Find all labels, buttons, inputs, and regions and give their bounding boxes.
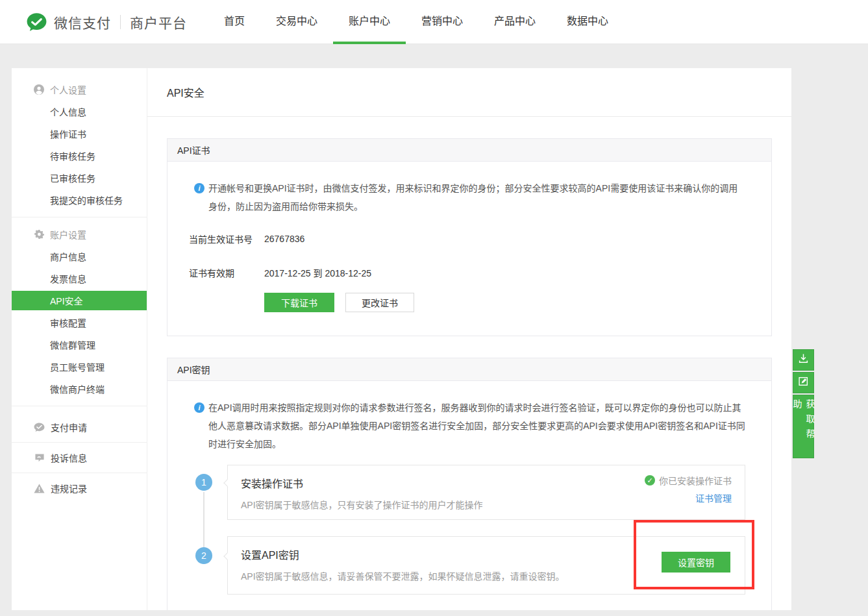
api-certificate-card-header: API证书: [167, 139, 771, 162]
logo-divider: [120, 15, 121, 29]
main-area: API安全 API证书 i 开通帐号和更换API证书时，由微信支付签发，用来标识…: [147, 68, 791, 610]
download-icon: [798, 353, 809, 367]
feedback-help-button[interactable]: [793, 372, 814, 393]
brand-logo[interactable]: 微信支付 商户平台: [26, 0, 187, 44]
certificate-number-field: 当前生效证书号 26767836: [189, 232, 745, 245]
sidebar-item-operation-cert[interactable]: 操作证书: [12, 123, 147, 145]
wechat-pay-logo-icon: [26, 12, 47, 32]
page-title-row: API安全: [147, 68, 791, 117]
sidebar-section-personal-settings: 个人设置: [12, 79, 147, 101]
sidebar-item-personal-info[interactable]: 个人信息: [12, 101, 147, 123]
payment-bubble-icon: [34, 422, 45, 432]
nav-item-transaction-center[interactable]: 交易中心: [276, 0, 317, 44]
api-certificate-card-body: i 开通帐号和更换API证书时，由微信支付签发，用来标识和界定你的身份；部分安全…: [167, 162, 771, 312]
sidebar-item-violation-record[interactable]: 违规记录: [12, 473, 147, 503]
sidebar-item-pending-review-tasks[interactable]: 待审核任务: [12, 145, 147, 167]
change-certificate-button[interactable]: 更改证书: [345, 293, 414, 312]
nav-item-data-center[interactable]: 数据中心: [567, 0, 608, 44]
sidebar-divider: [12, 217, 147, 217]
step-1-status-text: 你已安装操作证书: [659, 474, 732, 487]
certificate-info-text: 开通帐号和更换API证书时，由微信支付签发，用来标识和界定你的身份；部分安全性要…: [208, 179, 745, 216]
api-key-card: API密钥 i 在API调用时用来按照指定规则对你的请求参数进行签名，服务器收到…: [167, 358, 772, 610]
info-icon: i: [194, 183, 205, 193]
active-tab-underline: [333, 42, 406, 44]
api-key-card-body: i 在API调用时用来按照指定规则对你的请求参数进行签名，服务器收到你的请求时会…: [167, 381, 771, 453]
download-help-button[interactable]: [793, 349, 814, 371]
content-panel: 个人设置 个人信息 操作证书 待审核任务 已审核任务 我提交的审核任务 账户设置…: [12, 68, 791, 610]
nav-item-marketing-center[interactable]: 营销中心: [421, 0, 463, 44]
nav-item-account-center[interactable]: 账户中心: [349, 0, 390, 44]
api-key-info-row: i 在API调用时用来按照指定规则对你的请求参数进行签名，服务器收到你的请求时会…: [194, 399, 745, 453]
main-nav: 首页 交易中心 账户中心 营销中心 产品中心 数据中心: [208, 0, 624, 44]
certificate-management-link[interactable]: 证书管理: [695, 491, 732, 504]
step-install-cert-box: 安装操作证书 API密钥属于敏感信息，只有安装了操作证书的用户才能操作 ✓ 你已…: [227, 465, 745, 520]
certificate-number-label: 当前生效证书号: [189, 232, 264, 245]
step-connector-line: [203, 492, 205, 548]
sidebar-item-invoice-info[interactable]: 发票信息: [12, 267, 147, 290]
certificate-buttons-row: 下载证书 更改证书: [264, 293, 745, 312]
sidebar-item-wechat-group-mgmt[interactable]: 微信群管理: [12, 334, 147, 356]
sidebar-section-account-settings: 账户设置: [12, 223, 147, 245]
sidebar: 个人设置 个人信息 操作证书 待审核任务 已审核任务 我提交的审核任务 账户设置…: [12, 68, 147, 610]
set-api-key-button[interactable]: 设置密钥: [662, 552, 730, 573]
complaint-bubble-icon: [34, 452, 45, 463]
sidebar-item-payment-application[interactable]: 支付申请: [12, 412, 147, 442]
nav-item-product-center[interactable]: 产品中心: [494, 0, 536, 44]
step-1-description: API密钥属于敏感信息，只有安装了操作证书的用户才能操作: [241, 498, 732, 511]
sidebar-divider: [12, 406, 147, 406]
certificate-info-row: i 开通帐号和更换API证书时，由微信支付签发，用来标识和界定你的身份；部分安全…: [194, 179, 745, 216]
sidebar-item-my-submitted-tasks[interactable]: 我提交的审核任务: [12, 189, 147, 211]
sidebar-item-staff-account-mgmt[interactable]: 员工账号管理: [12, 356, 147, 378]
api-key-info-text: 在API调用时用来按照指定规则对你的请求参数进行签名，服务器收到你的请求时会进行…: [208, 399, 745, 453]
certificate-number-value: 26767836: [264, 234, 304, 244]
product-name: 商户平台: [130, 12, 187, 32]
certificate-validity-value: 2017-12-25 到 2018-12-25: [264, 266, 371, 279]
download-certificate-button[interactable]: 下载证书: [264, 293, 334, 312]
step-2-badge: 2: [195, 547, 212, 564]
step-box-notch: [223, 479, 230, 486]
sidebar-item-merchant-info[interactable]: 商户信息: [12, 245, 147, 267]
user-icon: [34, 84, 44, 95]
get-help-button[interactable]: 获取帮助: [793, 395, 814, 458]
edit-icon: [798, 376, 809, 389]
sidebar-item-complaint-info[interactable]: 投诉信息: [12, 443, 147, 473]
check-circle-icon: ✓: [645, 475, 655, 486]
step-2-description: API密钥属于敏感信息，请妥善保管不要泄露，如果怀疑信息泄露，请重设密钥。: [241, 569, 732, 582]
step-1-badge: 1: [195, 474, 212, 491]
sidebar-item-api-security[interactable]: API安全: [12, 291, 147, 310]
api-certificate-card: API证书 i 开通帐号和更换API证书时，由微信支付签发，用来标识和界定你的身…: [167, 138, 772, 336]
gear-icon: [34, 229, 44, 240]
certificate-validity-label: 证书有效期: [189, 266, 264, 279]
sidebar-item-wechat-merchant-terminal[interactable]: 微信商户终端: [12, 378, 147, 400]
info-icon: i: [194, 402, 205, 413]
page-title: API安全: [167, 84, 205, 100]
sidebar-item-reviewed-tasks[interactable]: 已审核任务: [12, 167, 147, 189]
sidebar-item-review-config[interactable]: 审核配置: [12, 312, 147, 334]
certificate-validity-field: 证书有效期 2017-12-25 到 2018-12-25: [189, 266, 745, 279]
main-body: API证书 i 开通帐号和更换API证书时，由微信支付签发，用来标识和界定你的身…: [147, 117, 791, 610]
step-2-title: 设置API密钥: [241, 547, 732, 562]
top-header: 微信支付 商户平台 首页 交易中心 账户中心 营销中心 产品中心 数据中心: [0, 0, 868, 44]
api-key-card-header: API密钥: [167, 358, 771, 381]
brand-name: 微信支付: [54, 12, 111, 32]
violation-warning-icon: [34, 483, 45, 493]
step-1-status: ✓ 你已安装操作证书: [645, 474, 732, 487]
step-box-notch: [223, 552, 230, 560]
nav-item-home[interactable]: 首页: [224, 0, 245, 44]
step-set-api-key-box: 设置API密钥 API密钥属于敏感信息，请妥善保管不要泄露，如果怀疑信息泄露，请…: [227, 536, 745, 595]
floating-help-panel: 获取帮助: [793, 349, 814, 460]
